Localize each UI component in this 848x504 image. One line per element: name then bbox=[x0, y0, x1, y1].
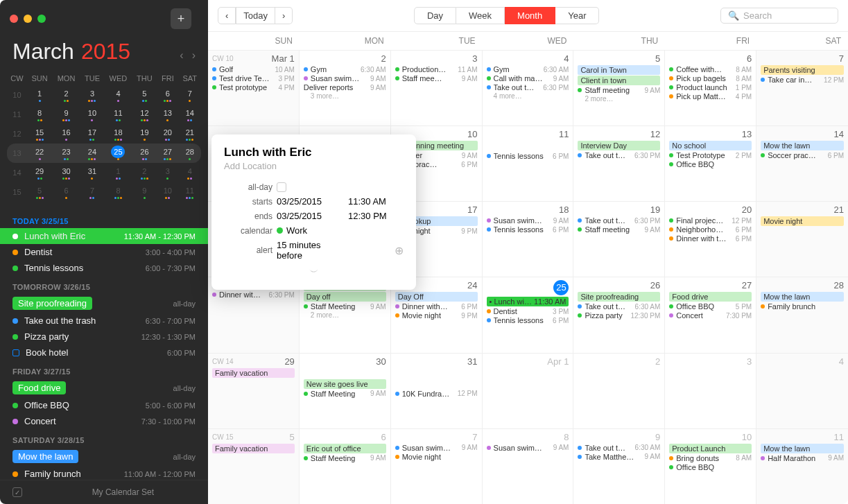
event[interactable]: Dinner with…6 PM bbox=[395, 302, 478, 311]
event[interactable]: Family vacation bbox=[212, 368, 295, 378]
more-events[interactable]: 4 more… bbox=[487, 92, 569, 100]
day-cell[interactable]: 2Gym6:30 AMSusan swim…9 AMDeliver report… bbox=[300, 51, 391, 125]
event[interactable]: Eric out of office bbox=[304, 444, 386, 453]
mini-day[interactable]: 6 bbox=[52, 182, 80, 202]
event[interactable]: Coffee with…8 AM bbox=[669, 65, 752, 73]
day-cell[interactable]: 12Interview DayTake out t…6:30 PM bbox=[573, 126, 665, 201]
popover-title[interactable]: Lunch with Eric bbox=[224, 146, 404, 159]
day-cell[interactable]: 27Food driveOffice BBQ5 PMConcert7:30 PM bbox=[665, 277, 756, 352]
event[interactable]: Dentist3 PM bbox=[487, 307, 569, 315]
mini-day[interactable]: 7 bbox=[80, 182, 105, 202]
event[interactable]: Call with ma…9 AM bbox=[487, 74, 569, 82]
day-cell[interactable]: 3110K Fundra…12 PM bbox=[391, 354, 483, 428]
event[interactable]: Golf10 AM bbox=[212, 65, 295, 73]
day-cell[interactable]: 2 bbox=[573, 354, 665, 428]
day-cell[interactable]: 3Production…11 AMStaff mee…9 AM bbox=[391, 51, 483, 125]
event[interactable]: Parents visiting bbox=[761, 65, 844, 75]
event[interactable]: Gym6:30 AM bbox=[304, 65, 386, 73]
agenda-row[interactable]: Dentist3:00 - 4:00 PM bbox=[0, 244, 208, 260]
day-cell[interactable]: 7Parents visitingTake car in…12 PM bbox=[756, 51, 848, 125]
mini-day[interactable]: 10 bbox=[157, 182, 178, 202]
calendar-value[interactable]: Work bbox=[277, 225, 344, 236]
event[interactable]: Tennis lessons6 PM bbox=[487, 152, 569, 160]
mini-day[interactable]: 21 bbox=[179, 124, 201, 144]
mini-day[interactable]: 1 bbox=[27, 85, 53, 105]
close-window[interactable] bbox=[10, 15, 18, 23]
agenda-row[interactable]: Pizza party12:30 - 1:30 PM bbox=[0, 329, 208, 345]
mini-day[interactable]: 28 bbox=[179, 144, 201, 163]
agenda-row[interactable]: Food driveall-day bbox=[0, 379, 208, 397]
event[interactable]: Dinner with t…6 PM bbox=[669, 234, 752, 243]
event[interactable]: Staff mee…9 AM bbox=[395, 74, 478, 82]
alert-value[interactable]: 15 minutes before bbox=[277, 240, 344, 261]
event[interactable]: Gym6:30 AM bbox=[487, 65, 569, 73]
event[interactable]: Tennis lessons6 PM bbox=[487, 316, 569, 324]
event[interactable]: Movie night bbox=[761, 216, 844, 226]
mini-day[interactable]: 4 bbox=[104, 85, 132, 105]
day-cell[interactable]: CW 10Mar 1Golf10 AMTest drive Te…3 PMTes… bbox=[208, 51, 300, 125]
agenda-row[interactable]: Mow the lawnall-day bbox=[0, 447, 208, 466]
agenda-row[interactable]: Lunch with Eric11:30 AM - 12:30 PM bbox=[0, 228, 208, 244]
mini-day[interactable]: 15 bbox=[27, 124, 53, 144]
mini-day[interactable]: 9 bbox=[132, 182, 157, 202]
day-cell[interactable]: 8Susan swim…9 AM bbox=[483, 429, 574, 504]
view-week[interactable]: Week bbox=[456, 7, 505, 24]
event[interactable]: Site proofreading bbox=[578, 292, 660, 302]
event[interactable]: Carol in Town bbox=[578, 65, 660, 75]
event[interactable]: Final projec…12 PM bbox=[669, 216, 752, 225]
day-cell[interactable]: 11Mow the lawnHalf Marathon9 AM bbox=[756, 429, 848, 504]
day-cell[interactable]: 21Movie night bbox=[756, 202, 848, 277]
mini-day[interactable]: 8 bbox=[104, 182, 132, 202]
event[interactable]: Client in town bbox=[578, 76, 660, 85]
mini-day[interactable]: 23 bbox=[52, 144, 80, 163]
day-cell[interactable]: 25• Lunch wi… 11:30 AMDentist3 PMTennis … bbox=[483, 277, 574, 352]
day-cell[interactable]: 5Carol in TownClient in townStaff meetin… bbox=[573, 51, 665, 125]
view-month[interactable]: Month bbox=[505, 7, 555, 24]
event[interactable]: Day Off bbox=[395, 292, 478, 302]
day-cell[interactable]: 19Take out t…6:30 PMStaff meeting9 AM bbox=[573, 202, 665, 277]
agenda-row[interactable]: Book hotel6:00 PM bbox=[0, 345, 208, 360]
mini-day[interactable]: 20 bbox=[157, 124, 178, 144]
event[interactable]: Interview Day bbox=[578, 141, 660, 150]
day-cell[interactable]: 6Eric out of officeStaff Meeting9 AM bbox=[300, 429, 391, 504]
event[interactable]: Office BBQ bbox=[669, 160, 752, 168]
event[interactable]: Test drive Te…3 PM bbox=[212, 74, 295, 82]
mini-day[interactable]: 6 bbox=[157, 85, 178, 105]
event[interactable]: 10K Fundra…12 PM bbox=[395, 390, 478, 398]
today-button[interactable]: Today bbox=[236, 7, 275, 24]
event[interactable]: Concert7:30 PM bbox=[669, 311, 752, 320]
agenda-row[interactable]: Concert7:30 - 10:00 PM bbox=[0, 413, 208, 429]
day-cell[interactable]: CW 155Family vacation bbox=[208, 429, 300, 504]
event[interactable]: Pick up bagels8 AM bbox=[669, 74, 752, 82]
event[interactable]: Neighborho…6 PM bbox=[669, 225, 752, 234]
event[interactable]: Test Prototype2 PM bbox=[669, 151, 752, 159]
event[interactable]: Half Marathon9 AM bbox=[761, 454, 844, 462]
agenda-row[interactable]: Office BBQ5:00 - 6:00 PM bbox=[0, 397, 208, 413]
mini-day[interactable]: 11 bbox=[104, 105, 132, 124]
mini-day[interactable]: 7 bbox=[179, 85, 201, 105]
mini-day[interactable]: 9 bbox=[52, 105, 80, 124]
mini-day[interactable]: 1 bbox=[104, 163, 132, 182]
event[interactable]: Take out t…6:30 PM bbox=[578, 216, 660, 225]
event[interactable]: Staff Meeting9 AM bbox=[304, 302, 386, 311]
mini-calendar[interactable]: CWSUNMONTUEWEDTHUFRISAT10123456711891011… bbox=[0, 71, 208, 207]
day-cell[interactable]: 18Susan swim…9 AMTennis lessons6 PM bbox=[483, 202, 574, 277]
event[interactable]: Family brunch bbox=[761, 302, 844, 311]
day-cell[interactable]: CW 1429Family vacation bbox=[208, 354, 300, 428]
event[interactable]: Take car in…12 PM bbox=[761, 76, 844, 84]
more-events[interactable]: 2 more… bbox=[304, 311, 386, 319]
event[interactable]: Day off bbox=[304, 292, 386, 302]
day-cell[interactable]: Apr 1 bbox=[483, 354, 574, 428]
minimize-window[interactable] bbox=[24, 15, 32, 23]
event[interactable]: Family vacation bbox=[212, 444, 295, 453]
agenda-row[interactable]: Take out the trash6:30 - 7:00 PM bbox=[0, 313, 208, 329]
day-cell[interactable]: 10Product LaunchBring donuts8 AMOffice B… bbox=[665, 429, 756, 504]
mini-day[interactable]: 2 bbox=[132, 163, 157, 182]
event[interactable]: Product Launch bbox=[669, 444, 752, 453]
event[interactable]: Take out t…6:30 PM bbox=[578, 151, 660, 159]
day-cell[interactable]: 30New site goes liveStaff Meeting9 AM bbox=[300, 354, 391, 428]
agenda-row[interactable]: Site proofreadingall-day bbox=[0, 294, 208, 313]
mini-day[interactable]: 26 bbox=[132, 144, 157, 163]
mini-day[interactable]: 19 bbox=[132, 124, 157, 144]
mini-day[interactable]: 25 bbox=[104, 144, 132, 163]
